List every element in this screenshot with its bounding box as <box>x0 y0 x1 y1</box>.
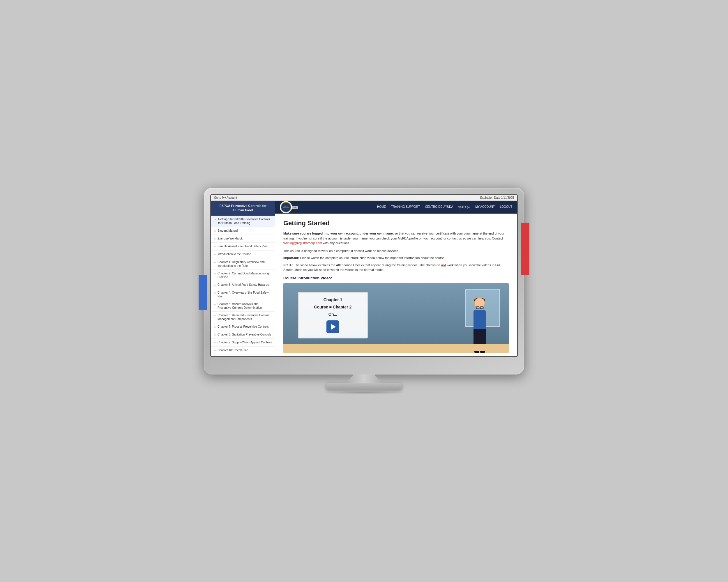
character <box>468 295 491 353</box>
note-line: NOTE: The video below explains the Atten… <box>283 263 509 272</box>
glass-lens-right <box>480 306 484 309</box>
top-nav: FOODSAFETY FF HOMETRAINING SUPPORTCENTRO… <box>275 201 517 214</box>
note-prefix: NOTE: The video below explains the Atten… <box>283 264 441 267</box>
nav-links: HOMETRAINING SUPPORTCENTRO-DE-AYUDA培训支持M… <box>377 205 512 209</box>
sidebar-item-5[interactable]: ○Chapter 1: Regulatory Overview and Intr… <box>211 258 275 270</box>
note-not: not <box>441 264 446 267</box>
nav-logo: FOODSAFETY <box>280 201 292 213</box>
circle-icon: ○ <box>214 333 216 337</box>
sidebar-item-6[interactable]: ○Chapter 2: Current Good Manufacturing P… <box>211 270 275 281</box>
sidebar-item-label-13: Chapter 9: Supply-Chain-Applied Controls <box>217 340 272 344</box>
sidebar-item-label-2: Exercise Workbook <box>217 237 242 240</box>
nav-link-home[interactable]: HOME <box>377 205 386 209</box>
monitor-bezel: Go to My Account Expiration Date 1/11/20… <box>204 188 524 375</box>
circle-icon: ○ <box>214 314 216 317</box>
sidebar-item-14[interactable]: ○Chapter 10: Recall Plan <box>211 347 275 355</box>
sidebar-item-label-6: Chapter 2: Current Good Manufacturing Pr… <box>217 272 272 279</box>
circle-icon: ○ <box>214 349 216 352</box>
sidebar-item-label-5: Chapter 1: Regulatory Overview and Intro… <box>217 260 272 268</box>
nav-link-centro-de-ayuda[interactable]: CENTRO-DE-AYUDA <box>425 205 453 209</box>
sidebar-item-label-3: Sample Animal Feed Food Safety Plan <box>217 244 268 248</box>
browser-topbar: Go to My Account Expiration Date 1/11/20… <box>211 195 517 201</box>
monitor-stand-base <box>326 383 402 390</box>
sidebar-item-label-11: Chapter 7: Process Preventive Controls <box>217 325 269 329</box>
monitor-shadow <box>320 391 408 394</box>
sidebar-item-label-1: Student Manual <box>217 229 238 232</box>
circle-icon: ○ <box>214 341 216 344</box>
circle-icon: ○ <box>214 237 216 241</box>
sidebar-item-label-4: Introduction to the Course <box>217 252 251 256</box>
alert-email[interactable]: training@registrarcorp.com <box>283 241 322 245</box>
alert-email-suffix: with any questions. <box>323 241 350 245</box>
circle-icon: ○ <box>214 245 216 249</box>
accent-bar-red <box>521 223 529 275</box>
sidebar-item-11[interactable]: ○Chapter 7: Process Preventive Controls <box>211 323 275 331</box>
char-body <box>473 310 486 330</box>
sidebar: FSPCA Preventive Controls for Human Food… <box>211 201 275 355</box>
nav-link-培训支持[interactable]: 培训支持 <box>458 205 470 209</box>
content-body: Getting Started Make sure you are logged… <box>275 214 517 355</box>
sidebar-item-15[interactable]: ○Course Feedback <box>211 355 275 355</box>
info2-text: Please watch the complete course introdu… <box>300 256 445 259</box>
video-course-text: Course = Chapter 2 <box>314 304 352 310</box>
video-box: Chapter 1 Course = Chapter 2 Ch... <box>298 292 368 338</box>
circle-icon: ○ <box>214 229 216 233</box>
video-chapter1-text: Chapter 1 <box>323 297 342 303</box>
sidebar-item-0[interactable]: ✓Getting Started with Preventive Control… <box>211 216 275 227</box>
expiration-date: Expiration Date 1/11/2025 <box>480 196 514 199</box>
circle-icon: ○ <box>214 283 216 287</box>
sidebar-item-3[interactable]: ○Sample Animal Feed Food Safety Plan <box>211 243 275 251</box>
alert-bold: Make sure you are logged into your own a… <box>283 232 394 235</box>
alert-box: Make sure you are logged into your own a… <box>283 231 509 246</box>
circle-icon: ○ <box>214 302 216 306</box>
sidebar-item-label-9: Chapter 5: Hazard Analysis and Preventiv… <box>217 302 272 310</box>
important-label: Important: <box>283 256 299 259</box>
circle-icon: ○ <box>214 325 216 329</box>
nav-link-logout[interactable]: LOGOUT <box>500 205 512 209</box>
sidebar-item-label-12: Chapter 8: Sanitation Preventive Control… <box>217 333 271 336</box>
sidebar-item-12[interactable]: ○Chapter 8: Sanitation Preventive Contro… <box>211 331 275 339</box>
nav-link-training-support[interactable]: TRAINING SUPPORT <box>391 205 420 209</box>
page-title: Getting Started <box>283 219 509 227</box>
play-button[interactable] <box>327 321 339 333</box>
video-scene: Chapter 1 Course = Chapter 2 Ch... <box>283 283 509 353</box>
sidebar-item-4[interactable]: ○Introduction to the Course <box>211 251 275 258</box>
go-to-account-link[interactable]: Go to My Account <box>214 196 237 199</box>
video-container: Chapter 1 Course = Chapter 2 Ch... <box>283 283 509 353</box>
check-icon: ✓ <box>214 218 216 221</box>
sidebar-item-2[interactable]: ○Exercise Workbook <box>211 235 275 243</box>
sidebar-item-7[interactable]: ○Chapter 3: Animal Food Safety Hazards <box>211 281 275 289</box>
sidebar-item-label-10: Chapter 6: Required Preventive Control M… <box>217 313 272 321</box>
sidebar-item-10[interactable]: ○Chapter 6: Required Preventive Control … <box>211 312 275 323</box>
info-line-2: Important: Please watch the complete cou… <box>283 255 509 260</box>
section-title: Course Introduction Video: <box>283 276 509 280</box>
circle-icon: ○ <box>214 272 216 276</box>
sidebar-item-label-0: Getting Started with Preventive Controls… <box>218 217 272 225</box>
glass-lens-left <box>476 306 479 309</box>
screen: Go to My Account Expiration Date 1/11/20… <box>210 194 518 357</box>
circle-icon: ○ <box>214 260 216 264</box>
video-ch-text: Ch... <box>329 311 337 317</box>
sidebar-item-1[interactable]: ○Student Manual <box>211 227 275 235</box>
sidebar-item-8[interactable]: ○Chapter 4: Overview of the Food Safety … <box>211 289 275 300</box>
circle-icon: ○ <box>214 253 216 256</box>
char-glasses <box>476 306 484 309</box>
info-line-1: This course is designed to work on a com… <box>283 249 509 253</box>
sidebar-item-label-8: Chapter 4: Overview of the Food Safety P… <box>217 291 272 298</box>
sidebar-item-label-14: Chapter 10: Recall Plan <box>217 348 249 352</box>
accent-bar-blue <box>199 275 207 310</box>
char-shoes <box>474 351 485 353</box>
monitor-stand-top <box>346 375 382 383</box>
nav-badge: FF <box>292 206 298 209</box>
shoe-right <box>480 351 485 353</box>
sidebar-item-13[interactable]: ○Chapter 9: Supply-Chain-Applied Control… <box>211 339 275 347</box>
char-head <box>474 298 485 309</box>
nav-link-my-account[interactable]: MY ACCOUNT <box>475 205 495 209</box>
char-pants <box>473 329 486 344</box>
sidebar-item-9[interactable]: ○Chapter 5: Hazard Analysis and Preventi… <box>211 300 275 312</box>
sidebar-item-label-7: Chapter 3: Animal Food Safety Hazards <box>217 283 269 287</box>
app-layout: FSPCA Preventive Controls for Human Food… <box>211 201 517 355</box>
nav-logo-inner: FOODSAFETY <box>281 202 291 212</box>
circle-icon: ○ <box>214 291 216 295</box>
sidebar-title: FSPCA Preventive Controls for Human Food <box>211 201 275 216</box>
